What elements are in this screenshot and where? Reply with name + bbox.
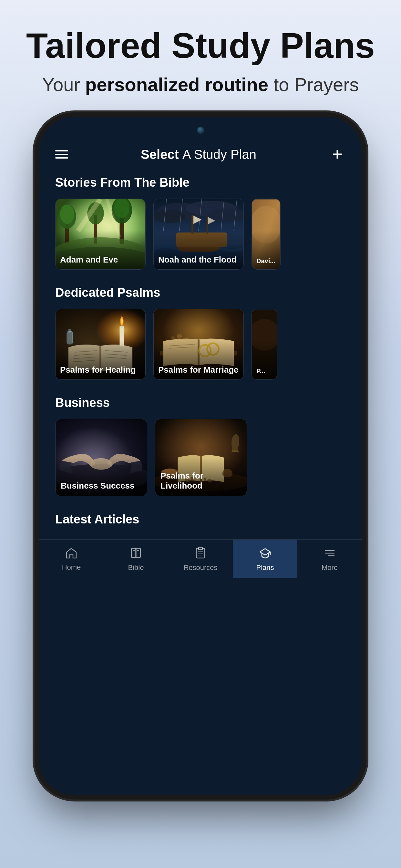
nav-label-resources: Resources	[183, 563, 217, 572]
svg-point-6	[60, 205, 74, 224]
dedicated-psalms-row: Psalms for Healing	[55, 309, 346, 380]
latest-articles-title: Latest Articles	[55, 513, 346, 526]
resources-icon	[195, 547, 206, 561]
card-label-partial: P...	[256, 368, 273, 375]
svg-point-53	[171, 336, 175, 340]
nav-item-plans[interactable]: Plans	[233, 539, 297, 578]
top-bar-title: Select A Study Plan	[141, 147, 256, 162]
svg-rect-45	[68, 329, 71, 333]
card-business-success[interactable]: Business Success	[55, 419, 147, 496]
svg-point-52	[177, 334, 182, 339]
subtext-plain: Your	[42, 74, 85, 95]
business-title: Business	[55, 396, 346, 410]
page-header: Tailored Study Plans Your personalized r…	[0, 0, 401, 117]
svg-rect-74	[136, 548, 141, 557]
dedicated-psalms-title: Dedicated Psalms	[55, 286, 346, 300]
bible-icon	[130, 547, 142, 561]
card-label-david: Davi...	[256, 257, 276, 265]
nav-label-plans: Plans	[256, 563, 274, 572]
svg-rect-72	[232, 451, 239, 452]
business-row: Business Success	[55, 419, 346, 496]
card-noah-flood[interactable]: Noah and the Flood	[153, 198, 244, 270]
svg-rect-82	[198, 547, 203, 550]
home-icon	[66, 548, 77, 561]
card-label-livelihood: Psalms for Livelihood	[160, 471, 242, 491]
latest-articles-section: Latest Articles	[39, 506, 362, 539]
card-label-marriage: Psalms for Marriage	[158, 365, 239, 375]
bottom-nav: Home Bible	[39, 539, 362, 578]
nav-item-home[interactable]: Home	[39, 539, 104, 578]
phone-notch	[39, 117, 362, 136]
camera-dot	[197, 127, 204, 134]
phone-screen: Select A Study Plan Stories From The Bib…	[39, 136, 362, 782]
card-psalms-healing[interactable]: Psalms for Healing	[55, 309, 146, 380]
phone-frame: Select A Study Plan Stories From The Bib…	[39, 117, 362, 795]
top-bar: Select A Study Plan	[39, 136, 362, 169]
page-subtext: Your personalized routine to Prayers	[26, 71, 375, 97]
menu-icon[interactable]	[55, 150, 68, 159]
business-section: Business	[39, 390, 362, 506]
plans-icon	[259, 547, 271, 561]
nav-item-bible[interactable]: Bible	[104, 539, 168, 578]
nav-label-home: Home	[62, 563, 81, 571]
card-david-partial[interactable]: Davi...	[251, 198, 281, 270]
bible-stories-section: Stories From The Bible	[39, 169, 362, 279]
nav-item-resources[interactable]: Resources	[168, 539, 233, 578]
add-button[interactable]	[329, 146, 346, 163]
subtext-end: to Prayers	[268, 74, 359, 95]
svg-rect-73	[131, 548, 136, 557]
page-headline: Tailored Study Plans	[26, 26, 375, 65]
card-psalms-livelihood[interactable]: Psalms for Livelihood	[155, 419, 247, 496]
bible-stories-row: Adam and Eve	[55, 198, 346, 270]
card-psalms-marriage[interactable]: Psalms for Marriage	[153, 309, 244, 380]
dedicated-psalms-section: Dedicated Psalms	[39, 279, 362, 390]
card-psalm-partial[interactable]: P...	[251, 309, 277, 380]
card-label-noah: Noah and the Flood	[158, 255, 239, 265]
menu-line-3	[55, 157, 68, 159]
top-bar-select: Select	[141, 147, 182, 161]
nav-label-bible: Bible	[128, 563, 144, 572]
menu-line-1	[55, 150, 68, 151]
card-label-business: Business Success	[61, 481, 142, 491]
card-adam-and-eve[interactable]: Adam and Eve	[55, 198, 146, 270]
top-bar-rest: A Study Plan	[182, 147, 256, 161]
more-icon	[324, 547, 335, 561]
subtext-bold: personalized routine	[85, 74, 268, 95]
nav-label-more: More	[321, 563, 338, 572]
card-label-adam: Adam and Eve	[60, 255, 141, 265]
bible-stories-title: Stories From The Bible	[55, 176, 346, 190]
menu-line-2	[55, 154, 68, 155]
nav-item-more[interactable]: More	[297, 539, 362, 578]
card-label-healing: Psalms for Healing	[60, 365, 141, 375]
